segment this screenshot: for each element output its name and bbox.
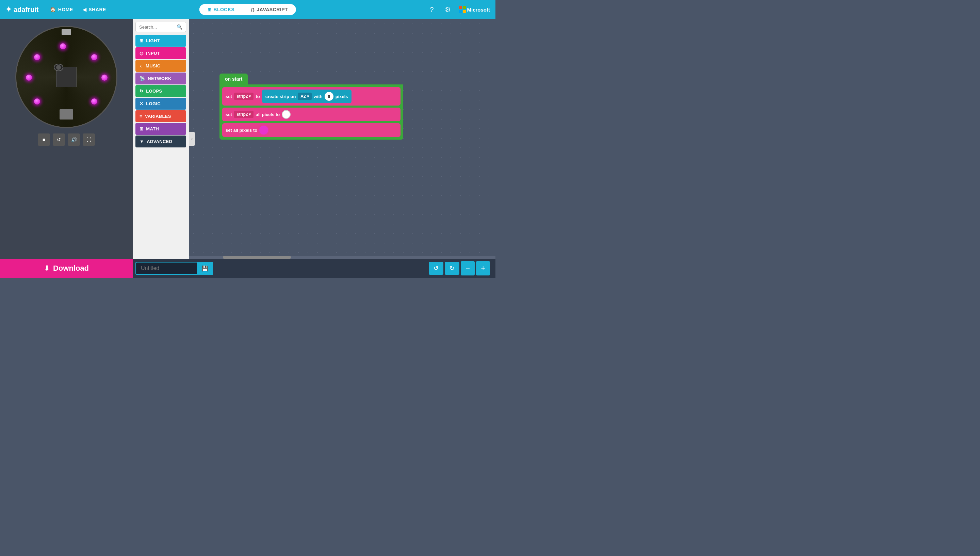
math-grid-icon: ⊞ bbox=[140, 126, 143, 131]
javascript-mode-button[interactable]: {} JAVASCRIPT bbox=[243, 4, 296, 15]
logo-star-icon: ✦ bbox=[5, 5, 11, 14]
block-group-on-start[interactable]: on start set strip2 ▾ to create strip on… bbox=[219, 74, 403, 140]
led-bottom-right bbox=[91, 99, 97, 105]
on-start-label: on start bbox=[225, 76, 242, 82]
scrollbar-thumb[interactable] bbox=[223, 256, 291, 259]
sidebar-collapse-button[interactable]: ‹ bbox=[189, 132, 195, 146]
save-icon: 💾 bbox=[201, 265, 208, 272]
brand-name: adafruit bbox=[14, 6, 39, 14]
create-label: create strip on bbox=[266, 94, 296, 99]
settings-button[interactable]: ⚙ bbox=[442, 4, 454, 15]
category-music-button[interactable]: ♫ MUSIC bbox=[135, 60, 186, 72]
simulator-panel: ■ ↺ 🔊 ⛶ bbox=[0, 19, 133, 259]
eye-sensor bbox=[54, 64, 63, 71]
workspace-scrollbar[interactable] bbox=[189, 256, 495, 259]
variables-label: VARIABLES bbox=[145, 114, 171, 119]
search-input[interactable] bbox=[139, 24, 177, 30]
ms-label: Microsoft bbox=[467, 7, 490, 13]
strip2-dropdown-1[interactable]: strip2 ▾ bbox=[234, 93, 254, 100]
download-button[interactable]: ⬇ Download bbox=[0, 259, 133, 278]
logic-x-icon: ✕ bbox=[140, 101, 143, 106]
set-all-pixels-block[interactable]: set strip2 ▾ all pixels to bbox=[222, 108, 400, 121]
dropdown-arrow-1: ▾ bbox=[249, 94, 251, 99]
fullscreen-icon: ⛶ bbox=[86, 137, 91, 142]
circuit-board bbox=[15, 26, 118, 128]
javascript-mode-label: JAVASCRIPT bbox=[257, 7, 288, 12]
set-strip-block[interactable]: set strip2 ▾ to create strip on A2 ▾ wit… bbox=[222, 87, 400, 105]
category-loops-button[interactable]: ↻ LOOPS bbox=[135, 85, 186, 97]
light-grid-icon: ⊞ bbox=[140, 38, 143, 43]
led-left bbox=[26, 74, 32, 81]
strip2-dropdown-2[interactable]: strip2 ▾ bbox=[234, 111, 254, 118]
color-picker-pink[interactable] bbox=[259, 126, 268, 134]
search-icon: 🔍 bbox=[177, 24, 182, 30]
pin-dropdown[interactable]: A2 ▾ bbox=[298, 93, 311, 100]
pin-label: A2 bbox=[300, 94, 306, 99]
gear-icon: ⚙ bbox=[445, 6, 451, 13]
color-picker-white[interactable] bbox=[282, 110, 290, 119]
on-start-block[interactable]: on start bbox=[219, 74, 248, 84]
category-logic-button[interactable]: ✕ LOGIC bbox=[135, 98, 186, 110]
category-variables-button[interactable]: ≡ VARIABLES bbox=[135, 110, 186, 122]
category-input-button[interactable]: ◎ INPUT bbox=[135, 47, 186, 59]
share-icon: ◀ bbox=[83, 7, 87, 12]
pin-dropdown-arrow: ▾ bbox=[307, 94, 309, 99]
blocks-mode-button[interactable]: ⊞ BLOCKS bbox=[200, 4, 243, 15]
share-button[interactable]: ◀ SHARE bbox=[78, 5, 111, 14]
set-label-2: set bbox=[226, 112, 232, 117]
stop-icon: ■ bbox=[42, 137, 45, 142]
pixel-count-value: 6 bbox=[328, 94, 330, 99]
advanced-label: ADVANCED bbox=[147, 139, 172, 144]
bottom-bar: ⬇ Download 💾 ↺ ↻ − + bbox=[0, 259, 495, 278]
zoom-in-icon: + bbox=[481, 264, 485, 273]
js-icon: {} bbox=[251, 7, 255, 12]
undo-button[interactable]: ↺ bbox=[429, 262, 443, 275]
microsoft-logo: Microsoft bbox=[459, 6, 490, 13]
filename-area: 💾 bbox=[135, 262, 213, 275]
undo-icon: ↺ bbox=[434, 265, 438, 272]
save-button[interactable]: 💾 bbox=[197, 262, 213, 275]
filename-input[interactable] bbox=[135, 262, 197, 275]
pixel-count: 6 bbox=[325, 92, 334, 101]
blocks-mode-label: BLOCKS bbox=[213, 7, 234, 12]
led-top bbox=[60, 43, 66, 49]
category-network-button[interactable]: 📡 NETWORK bbox=[135, 73, 186, 84]
redo-button[interactable]: ↻ bbox=[445, 262, 459, 275]
category-light-button[interactable]: ⊞ LIGHT bbox=[135, 35, 186, 47]
strip2-var-label-1: strip2 bbox=[237, 94, 248, 99]
create-strip-block[interactable]: create strip on A2 ▾ with 6 pixels bbox=[262, 89, 351, 103]
to-label-1: to bbox=[256, 94, 260, 99]
led-right bbox=[102, 74, 108, 81]
led-bottom-left bbox=[34, 99, 40, 105]
category-advanced-button[interactable]: ▼ ADVANCED bbox=[135, 136, 186, 147]
fullscreen-button[interactable]: ⛶ bbox=[83, 134, 95, 146]
restart-button[interactable]: ↺ bbox=[53, 134, 65, 146]
search-box[interactable]: 🔍 bbox=[135, 22, 186, 32]
main-layout: ■ ↺ 🔊 ⛶ 🔍 ⊞ LIGHT ◎ INPUT ♫ bbox=[0, 19, 495, 259]
led-top-left bbox=[34, 54, 40, 60]
bottom-right-controls: ↺ ↻ − + bbox=[429, 261, 495, 275]
mute-button[interactable]: 🔊 bbox=[68, 134, 80, 146]
category-math-button[interactable]: ⊞ MATH bbox=[135, 123, 186, 135]
strip2-var-label-2: strip2 bbox=[237, 112, 248, 117]
zoom-out-button[interactable]: − bbox=[461, 261, 475, 275]
mute-icon: 🔊 bbox=[71, 137, 77, 142]
help-button[interactable]: ? bbox=[427, 5, 436, 15]
home-button[interactable]: 🏠 HOME bbox=[45, 5, 78, 14]
loops-refresh-icon: ↻ bbox=[140, 89, 143, 94]
ms-grid-icon bbox=[459, 6, 466, 13]
set-label-1: set bbox=[226, 94, 232, 99]
brand-logo: ✦ adafruit bbox=[5, 5, 39, 14]
network-label: NETWORK bbox=[148, 76, 171, 81]
set-all-pixels-block-2[interactable]: set all pixels to bbox=[222, 123, 400, 137]
stop-button[interactable]: ■ bbox=[38, 134, 50, 146]
workspace[interactable]: on start set strip2 ▾ to create strip on… bbox=[189, 19, 495, 259]
blocks-icon: ⊞ bbox=[208, 7, 212, 12]
mode-toggle: ⊞ BLOCKS {} JAVASCRIPT bbox=[200, 4, 296, 15]
home-icon: 🏠 bbox=[50, 7, 56, 12]
dropdown-arrow-2: ▾ bbox=[249, 112, 251, 117]
music-label: MUSIC bbox=[146, 63, 160, 68]
pixels-label: pixels bbox=[335, 94, 348, 99]
light-label: LIGHT bbox=[146, 38, 160, 43]
zoom-in-button[interactable]: + bbox=[476, 261, 490, 275]
